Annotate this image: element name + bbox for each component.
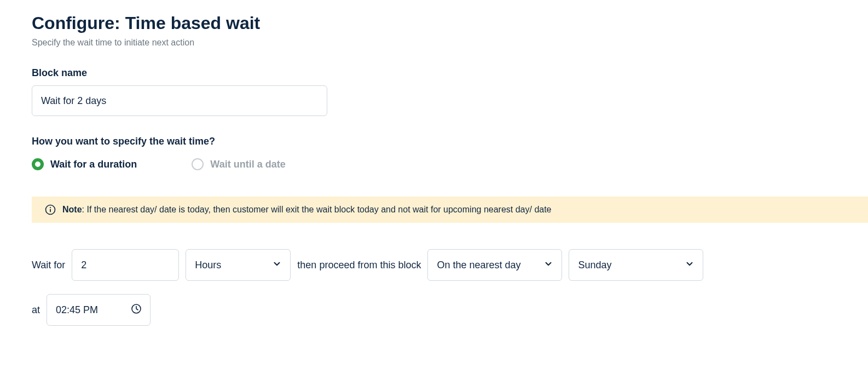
then-proceed-label: then proceed from this block: [297, 260, 421, 271]
page-title: Configure: Time based wait: [32, 13, 836, 33]
svg-point-1: [50, 207, 51, 208]
day-select-value: Sunday: [578, 260, 611, 271]
block-name-label: Block name: [32, 67, 836, 79]
note-body: : If the nearest day/ date is today, the…: [82, 205, 552, 214]
svg-rect-2: [50, 209, 51, 212]
wait-spec-question: How you want to specify the wait time?: [32, 136, 836, 147]
note-text: Note: If the nearest day/ date is today,…: [62, 205, 552, 215]
unit-select-wrap: Hours: [186, 249, 291, 281]
duration-row-1: Wait for Hours then proceed from this bl…: [32, 249, 836, 281]
wait-amount-input[interactable]: [72, 249, 179, 281]
proceed-select-wrap: On the nearest day: [427, 249, 562, 281]
radio-selected-icon: [32, 158, 44, 170]
radio-wait-duration[interactable]: Wait for a duration: [32, 158, 137, 170]
wait-for-label: Wait for: [32, 260, 65, 271]
at-label: at: [32, 304, 40, 316]
unit-select[interactable]: Hours: [186, 249, 291, 281]
radio-wait-until-date-label: Wait until a date: [210, 159, 285, 170]
time-input-wrap: [47, 294, 151, 326]
day-select-wrap: Sunday: [569, 249, 703, 281]
radio-wait-until-date[interactable]: Wait until a date: [192, 158, 285, 170]
wait-spec-radio-group: Wait for a duration Wait until a date: [32, 158, 836, 170]
duration-row-2: at: [32, 294, 836, 326]
block-name-input[interactable]: [32, 85, 327, 116]
info-icon: [45, 204, 56, 215]
time-input[interactable]: [47, 294, 151, 326]
radio-unselected-icon: [192, 158, 204, 170]
day-select[interactable]: Sunday: [569, 249, 703, 281]
proceed-mode-value: On the nearest day: [437, 260, 520, 271]
note-banner: Note: If the nearest day/ date is today,…: [32, 197, 868, 223]
radio-wait-duration-label: Wait for a duration: [50, 159, 137, 170]
proceed-mode-select[interactable]: On the nearest day: [427, 249, 562, 281]
unit-select-value: Hours: [195, 260, 221, 271]
page-subtitle: Specify the wait time to initiate next a…: [32, 38, 836, 48]
note-label: Note: [62, 205, 82, 214]
